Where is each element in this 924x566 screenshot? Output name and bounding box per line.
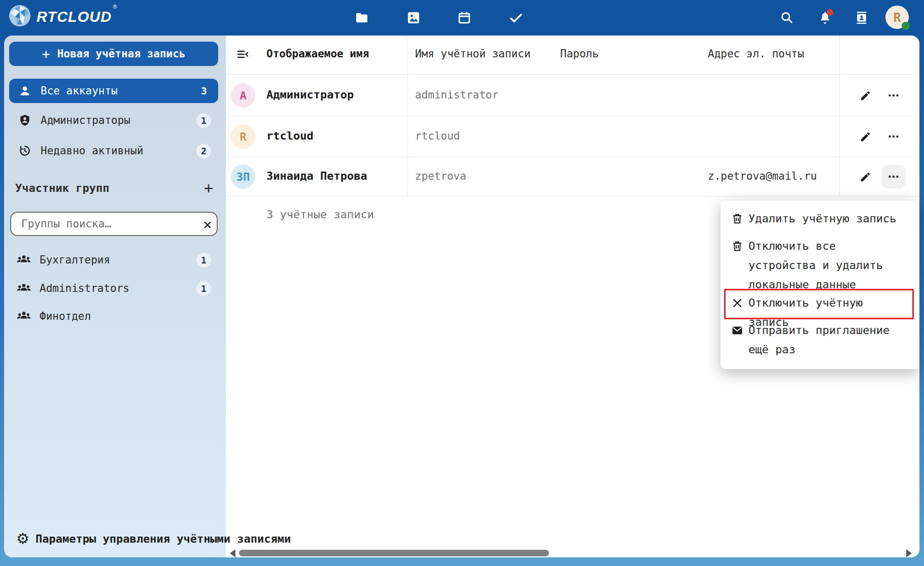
calendar-icon[interactable]: [454, 8, 474, 28]
logo-registered-mark: ®: [113, 4, 117, 10]
table-row: A Администратор administrator: [226, 75, 919, 116]
group-count: 1: [196, 281, 211, 296]
new-account-label: Новая учётная запись: [57, 48, 186, 60]
avatar[interactable]: R: [885, 6, 909, 29]
more-actions-icon[interactable]: [882, 125, 905, 148]
scroll-right-arrow[interactable]: [906, 549, 912, 557]
more-actions-icon[interactable]: [882, 84, 905, 107]
group-label: Administrators: [40, 282, 196, 294]
group-icon: [16, 310, 31, 323]
username: rtcloud: [415, 130, 460, 142]
display-name: Зинаида Петрова: [266, 170, 367, 182]
avatar: ЗП: [231, 164, 255, 189]
column-username: Имя учётной записи: [415, 48, 531, 60]
menu-item-label: Удалить учётную запись: [748, 209, 907, 228]
group-count: 1: [196, 253, 211, 268]
tasks-check-icon[interactable]: [506, 8, 526, 28]
avatar: R: [231, 124, 255, 149]
group-label: Бухгалтерия: [40, 254, 196, 266]
plus-icon: +: [42, 46, 50, 61]
username: administrator: [415, 89, 498, 101]
column-display-name: Отображаемое имя: [266, 48, 369, 60]
clear-search-icon[interactable]: ×: [199, 216, 216, 233]
group-icon: [16, 282, 31, 295]
menu-item-resend-invitation[interactable]: Отправить приглашение ещё раз: [731, 321, 912, 359]
scroll-left-arrow[interactable]: [230, 549, 235, 557]
table-row: ЗП Зинаида Петрова zpetrova z.petrova@ma…: [226, 157, 919, 196]
rtcloud-logo[interactable]: RTCLOUD®: [8, 4, 116, 29]
column-email: Адрес эл. почты: [708, 48, 804, 60]
sidebar-item-count: 3: [201, 85, 207, 97]
trash-icon: [731, 240, 743, 252]
sidebar-item-count: 2: [196, 144, 211, 158]
sidebar-item-recently-active[interactable]: Недавно активный 2: [9, 139, 218, 163]
display-name: rtcloud: [266, 129, 314, 142]
sidebar-item-label: Все аккаунты: [41, 85, 201, 97]
sidebar-item-all-accounts[interactable]: Все аккаунты 3: [9, 79, 218, 103]
collapse-sidebar-icon[interactable]: [235, 47, 250, 62]
account-management-settings-button[interactable]: ⚙ Параметры управления учётными записями: [13, 530, 294, 547]
sidebar-group-finotdel[interactable]: Финотдел: [9, 305, 218, 327]
mail-icon: [731, 324, 743, 337]
trash-icon: [731, 213, 743, 225]
avatar: A: [231, 83, 255, 108]
history-icon: [18, 144, 31, 157]
group-icon: [16, 253, 31, 267]
username: zpetrova: [415, 170, 466, 182]
menu-item-delete-account[interactable]: Удалить учётную запись: [731, 209, 912, 228]
table-header: Отображаемое имя Имя учётной записи Паро…: [226, 36, 919, 75]
add-group-icon[interactable]: +: [200, 180, 217, 197]
person-icon: [18, 84, 31, 97]
display-name: Администратор: [266, 88, 354, 101]
groups-section-title: Участник групп: [15, 182, 109, 194]
gear-icon: ⚙: [16, 531, 29, 546]
column-password: Пароль: [560, 48, 599, 60]
search-icon[interactable]: [777, 8, 797, 28]
app-window: RTCLOUD® R +: [0, 0, 924, 566]
sidebar-group-administrators[interactable]: Administrators 1: [9, 277, 218, 299]
avatar-initial: R: [893, 10, 901, 25]
notifications-bell-icon[interactable]: [815, 8, 835, 28]
menu-item-wipe-devices[interactable]: Отключить все устройства и удалить локал…: [731, 237, 912, 294]
shield-person-icon: [18, 114, 31, 127]
notification-dot: [827, 9, 833, 16]
group-search-input[interactable]: [10, 212, 218, 236]
contacts-icon[interactable]: [851, 8, 872, 28]
table-row: R rtcloud rtcloud: [226, 116, 919, 157]
account-actions-menu: Удалить учётную запись Отключить все уст…: [721, 201, 919, 369]
online-status-dot: [902, 22, 910, 30]
edit-pencil-icon[interactable]: [853, 165, 877, 188]
accounts-summary: 3 учётные записи: [266, 208, 374, 221]
edit-pencil-icon[interactable]: [853, 84, 877, 107]
email: z.petrova@mail.ru: [708, 170, 817, 182]
horizontal-scrollbar-thumb[interactable]: [239, 550, 549, 556]
files-icon[interactable]: [352, 8, 372, 28]
close-icon: [731, 297, 743, 309]
more-actions-icon-open[interactable]: [882, 165, 905, 188]
sidebar-item-admins[interactable]: Администраторы 1: [9, 108, 218, 132]
photos-icon[interactable]: [403, 8, 424, 28]
footer-label: Параметры управления учётными записями: [36, 532, 291, 545]
logo-text: RTCLOUD: [37, 9, 112, 25]
new-account-button[interactable]: + Новая учётная запись: [9, 42, 218, 66]
sidebar-item-label: Администраторы: [41, 114, 196, 126]
edit-pencil-icon[interactable]: [853, 125, 877, 148]
group-label: Финотдел: [40, 310, 218, 322]
top-bar: RTCLOUD® R: [0, 0, 924, 36]
sidebar-item-label: Недавно активный: [41, 145, 196, 157]
menu-item-label: Отключить все устройства и удалить локал…: [748, 237, 907, 294]
rtcloud-globe-icon: [8, 4, 31, 29]
menu-item-label: Отправить приглашение ещё раз: [748, 321, 907, 359]
sidebar: + Новая учётная запись Все аккаунты 3 Ад…: [4, 36, 226, 557]
sidebar-group-buhgalteria[interactable]: Бухгалтерия 1: [9, 249, 218, 271]
sidebar-item-count: 1: [196, 113, 211, 128]
